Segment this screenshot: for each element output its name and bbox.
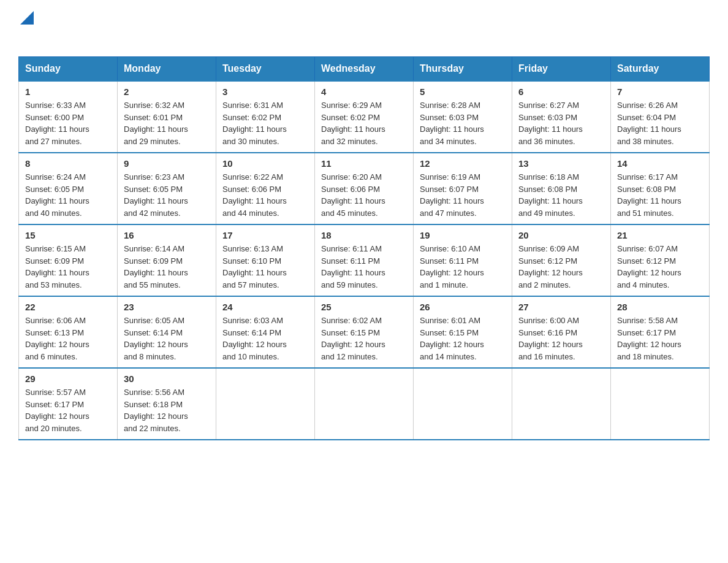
day-info: Sunrise: 6:31 AMSunset: 6:02 PMDaylight:… [222, 101, 287, 146]
day-number: 21 [617, 230, 703, 240]
svg-marker-0 [20, 11, 34, 25]
day-number: 16 [124, 230, 210, 240]
day-number: 19 [420, 230, 506, 240]
day-info: Sunrise: 5:58 AMSunset: 6:17 PMDaylight:… [617, 316, 681, 361]
calendar-cell: 14 Sunrise: 6:17 AMSunset: 6:08 PMDaylig… [611, 153, 710, 224]
day-info: Sunrise: 6:28 AMSunset: 6:03 PMDaylight:… [420, 101, 484, 146]
calendar-cell [414, 368, 512, 440]
day-number: 3 [222, 86, 308, 97]
calendar-week-row: 1 Sunrise: 6:33 AMSunset: 6:00 PMDayligh… [19, 81, 710, 153]
day-info: Sunrise: 6:19 AMSunset: 6:07 PMDaylight:… [420, 172, 484, 218]
calendar-cell: 2 Sunrise: 6:32 AMSunset: 6:01 PMDayligh… [118, 81, 216, 153]
col-header-wednesday: Wednesday [315, 57, 414, 82]
calendar-week-row: 29 Sunrise: 5:57 AMSunset: 6:17 PMDaylig… [19, 368, 710, 440]
day-number: 9 [124, 158, 210, 169]
calendar-cell: 6 Sunrise: 6:27 AMSunset: 6:03 PMDayligh… [512, 81, 611, 153]
day-number: 11 [321, 158, 407, 169]
day-number: 24 [222, 302, 308, 312]
day-info: Sunrise: 6:00 AMSunset: 6:16 PMDaylight:… [518, 316, 583, 361]
calendar-cell: 16 Sunrise: 6:14 AMSunset: 6:09 PMDaylig… [118, 224, 216, 296]
calendar-cell: 5 Sunrise: 6:28 AMSunset: 6:03 PMDayligh… [414, 81, 512, 153]
day-info: Sunrise: 6:01 AMSunset: 6:15 PMDaylight:… [420, 316, 484, 361]
calendar-cell: 1 Sunrise: 6:33 AMSunset: 6:00 PMDayligh… [19, 81, 118, 153]
calendar-cell: 8 Sunrise: 6:24 AMSunset: 6:05 PMDayligh… [19, 153, 118, 224]
day-info: Sunrise: 6:27 AMSunset: 6:03 PMDaylight:… [518, 101, 583, 146]
day-info: Sunrise: 6:05 AMSunset: 6:14 PMDaylight:… [124, 316, 188, 361]
calendar-cell: 24 Sunrise: 6:03 AMSunset: 6:14 PMDaylig… [216, 296, 315, 368]
day-number: 23 [124, 302, 210, 312]
day-info: Sunrise: 6:07 AMSunset: 6:12 PMDaylight:… [617, 244, 681, 289]
day-info: Sunrise: 6:18 AMSunset: 6:08 PMDaylight:… [518, 172, 583, 218]
calendar-cell: 20 Sunrise: 6:09 AMSunset: 6:12 PMDaylig… [512, 224, 611, 296]
day-number: 26 [420, 302, 506, 312]
col-header-tuesday: Tuesday [216, 57, 315, 82]
calendar-header-row: SundayMondayTuesdayWednesdayThursdayFrid… [19, 57, 710, 82]
day-number: 18 [321, 230, 407, 240]
day-number: 8 [25, 158, 111, 169]
day-number: 14 [617, 158, 703, 169]
day-number: 4 [321, 86, 407, 97]
day-number: 30 [124, 373, 210, 384]
day-info: Sunrise: 6:06 AMSunset: 6:13 PMDaylight:… [25, 316, 89, 361]
calendar-cell: 15 Sunrise: 6:15 AMSunset: 6:09 PMDaylig… [19, 224, 118, 296]
calendar-table: SundayMondayTuesdayWednesdayThursdayFrid… [18, 56, 710, 440]
day-info: Sunrise: 5:57 AMSunset: 6:17 PMDaylight:… [25, 388, 89, 433]
calendar-cell: 22 Sunrise: 6:06 AMSunset: 6:13 PMDaylig… [19, 296, 118, 368]
calendar-cell: 19 Sunrise: 6:10 AMSunset: 6:11 PMDaylig… [414, 224, 512, 296]
logo [18, 12, 34, 44]
calendar-cell: 26 Sunrise: 6:01 AMSunset: 6:15 PMDaylig… [414, 296, 512, 368]
calendar-cell [216, 368, 315, 440]
calendar-week-row: 15 Sunrise: 6:15 AMSunset: 6:09 PMDaylig… [19, 224, 710, 296]
day-info: Sunrise: 6:23 AMSunset: 6:05 PMDaylight:… [124, 172, 188, 218]
calendar-cell: 18 Sunrise: 6:11 AMSunset: 6:11 PMDaylig… [315, 224, 414, 296]
calendar-cell [512, 368, 611, 440]
calendar-cell: 17 Sunrise: 6:13 AMSunset: 6:10 PMDaylig… [216, 224, 315, 296]
calendar-cell: 9 Sunrise: 6:23 AMSunset: 6:05 PMDayligh… [118, 153, 216, 224]
calendar-cell [611, 368, 710, 440]
day-number: 17 [222, 230, 308, 240]
calendar-cell: 30 Sunrise: 5:56 AMSunset: 6:18 PMDaylig… [118, 368, 216, 440]
col-header-friday: Friday [512, 57, 611, 82]
day-number: 27 [518, 302, 604, 312]
col-header-monday: Monday [118, 57, 216, 82]
calendar-cell: 10 Sunrise: 6:22 AMSunset: 6:06 PMDaylig… [216, 153, 315, 224]
day-info: Sunrise: 6:26 AMSunset: 6:04 PMDaylight:… [617, 101, 681, 146]
day-info: Sunrise: 6:24 AMSunset: 6:05 PMDaylight:… [25, 172, 89, 218]
calendar-week-row: 8 Sunrise: 6:24 AMSunset: 6:05 PMDayligh… [19, 153, 710, 224]
day-info: Sunrise: 6:02 AMSunset: 6:15 PMDaylight:… [321, 316, 385, 361]
logo-triangle-icon [20, 11, 34, 25]
day-number: 25 [321, 302, 407, 312]
calendar-cell: 4 Sunrise: 6:29 AMSunset: 6:02 PMDayligh… [315, 81, 414, 153]
day-info: Sunrise: 6:13 AMSunset: 6:10 PMDaylight:… [222, 244, 287, 289]
col-header-thursday: Thursday [414, 57, 512, 82]
calendar-week-row: 22 Sunrise: 6:06 AMSunset: 6:13 PMDaylig… [19, 296, 710, 368]
calendar-cell: 3 Sunrise: 6:31 AMSunset: 6:02 PMDayligh… [216, 81, 315, 153]
day-info: Sunrise: 6:10 AMSunset: 6:11 PMDaylight:… [420, 244, 484, 289]
day-number: 6 [518, 86, 604, 97]
day-info: Sunrise: 6:17 AMSunset: 6:08 PMDaylight:… [617, 172, 681, 218]
day-number: 1 [25, 86, 111, 97]
col-header-sunday: Sunday [19, 57, 118, 82]
calendar-cell: 25 Sunrise: 6:02 AMSunset: 6:15 PMDaylig… [315, 296, 414, 368]
day-info: Sunrise: 6:15 AMSunset: 6:09 PMDaylight:… [25, 244, 89, 289]
calendar-cell: 11 Sunrise: 6:20 AMSunset: 6:06 PMDaylig… [315, 153, 414, 224]
day-info: Sunrise: 6:20 AMSunset: 6:06 PMDaylight:… [321, 172, 385, 218]
day-info: Sunrise: 6:33 AMSunset: 6:00 PMDaylight:… [25, 101, 89, 146]
day-number: 29 [25, 373, 111, 384]
day-info: Sunrise: 6:22 AMSunset: 6:06 PMDaylight:… [222, 172, 287, 218]
day-info: Sunrise: 5:56 AMSunset: 6:18 PMDaylight:… [124, 388, 188, 433]
page-header [18, 12, 710, 44]
calendar-cell: 13 Sunrise: 6:18 AMSunset: 6:08 PMDaylig… [512, 153, 611, 224]
calendar-cell: 23 Sunrise: 6:05 AMSunset: 6:14 PMDaylig… [118, 296, 216, 368]
day-info: Sunrise: 6:11 AMSunset: 6:11 PMDaylight:… [321, 244, 385, 289]
day-number: 2 [124, 86, 210, 97]
day-info: Sunrise: 6:32 AMSunset: 6:01 PMDaylight:… [124, 101, 188, 146]
calendar-cell: 29 Sunrise: 5:57 AMSunset: 6:17 PMDaylig… [19, 368, 118, 440]
day-number: 12 [420, 158, 506, 169]
day-info: Sunrise: 6:03 AMSunset: 6:14 PMDaylight:… [222, 316, 287, 361]
calendar-cell: 27 Sunrise: 6:00 AMSunset: 6:16 PMDaylig… [512, 296, 611, 368]
calendar-cell [315, 368, 414, 440]
calendar-cell: 12 Sunrise: 6:19 AMSunset: 6:07 PMDaylig… [414, 153, 512, 224]
day-info: Sunrise: 6:14 AMSunset: 6:09 PMDaylight:… [124, 244, 188, 289]
day-number: 7 [617, 86, 703, 97]
